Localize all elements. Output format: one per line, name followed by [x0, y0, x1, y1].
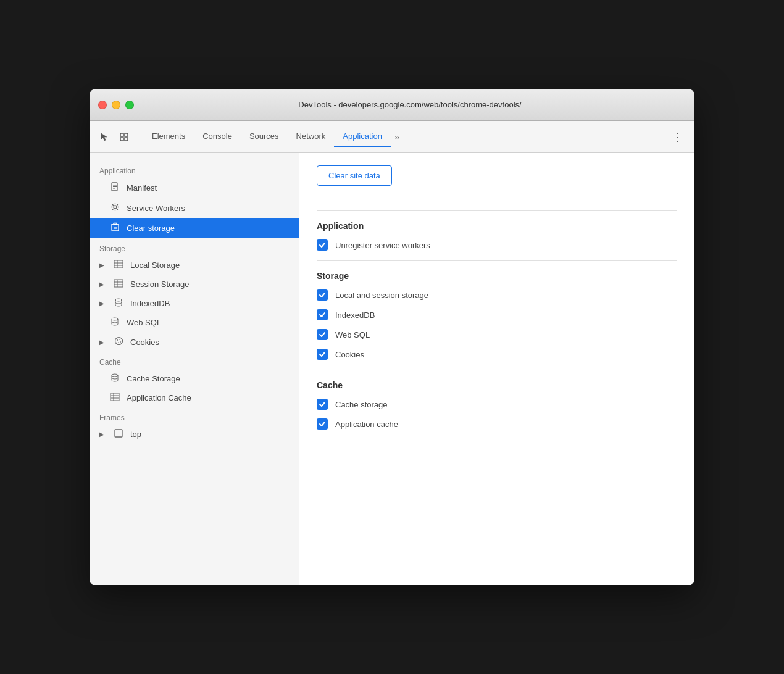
top-label: top	[130, 430, 141, 439]
toolbar-divider-2	[662, 128, 662, 146]
sidebar-item-clear-storage[interactable]: Clear storage	[90, 218, 299, 238]
cookies-label: Cookies	[335, 350, 364, 359]
toolbar-divider-1	[138, 128, 138, 146]
tab-application[interactable]: Application	[334, 127, 391, 147]
tab-sources[interactable]: Sources	[241, 127, 288, 147]
checkbox-local-session-storage[interactable]	[317, 289, 328, 301]
toolbar: Elements Console Sources Network Applica…	[90, 121, 694, 153]
content-section-storage: Storage Local and session storage	[317, 271, 677, 360]
checkbox-item-local-session-storage: Local and session storage	[317, 289, 677, 301]
checkbox-item-application-cache: Application cache	[317, 418, 677, 430]
inspect-icon[interactable]	[115, 128, 133, 146]
sidebar-item-local-storage[interactable]: ▶ Local Storage	[90, 256, 299, 275]
arrow-cookies: ▶	[99, 339, 107, 346]
checkbox-indexeddb[interactable]	[317, 309, 328, 320]
svg-rect-14	[114, 260, 123, 268]
checkbox-cookies[interactable]	[317, 349, 328, 360]
content-section-storage-title: Storage	[317, 271, 677, 281]
svg-point-22	[115, 299, 122, 301]
arrow-indexeddb: ▶	[99, 300, 107, 307]
application-cache-label: Application cache	[335, 420, 398, 429]
minimize-button[interactable]	[112, 101, 120, 109]
sidebar-section-cache: Cache	[90, 352, 299, 369]
devtools-menu-button[interactable]: ⋮	[667, 128, 688, 146]
cursor-icon[interactable]	[96, 128, 113, 146]
indexeddb-label: IndexedDB	[335, 310, 375, 320]
maximize-button[interactable]	[125, 101, 134, 109]
svg-rect-3	[125, 138, 128, 141]
sidebar-item-web-sql[interactable]: Web SQL	[90, 313, 299, 332]
tab-network[interactable]: Network	[288, 127, 335, 147]
checkbox-item-cache-storage: Cache storage	[317, 399, 677, 410]
content-area: Clear site data Application Unregister s…	[299, 153, 694, 585]
application-cache-label: Application Cache	[127, 393, 191, 402]
arrow-local-storage: ▶	[99, 262, 107, 268]
frame-icon	[113, 429, 124, 439]
sidebar-item-session-storage[interactable]: ▶ Session Storage	[90, 275, 299, 294]
manifest-icon	[109, 182, 120, 194]
service-workers-label: Service Workers	[127, 204, 185, 213]
sidebar-item-top[interactable]: ▶ top	[90, 425, 299, 444]
arrow-session-storage: ▶	[99, 281, 107, 288]
session-storage-icon	[113, 279, 124, 289]
cache-storage-label: Cache Storage	[127, 374, 180, 383]
clear-storage-label: Clear storage	[127, 223, 175, 233]
sidebar-section-storage: Storage	[90, 238, 299, 256]
clear-site-data-button[interactable]: Clear site data	[317, 165, 392, 186]
main-content: Application Manifest	[90, 153, 694, 585]
more-tabs-button[interactable]: »	[391, 130, 403, 144]
titlebar: DevTools - developers.google.com/web/too…	[90, 89, 694, 121]
divider-2	[317, 260, 677, 261]
svg-point-28	[120, 341, 120, 342]
arrow-top: ▶	[99, 431, 107, 438]
sidebar: Application Manifest	[90, 153, 299, 585]
svg-point-8	[114, 206, 117, 209]
sidebar-item-cache-storage[interactable]: Cache Storage	[90, 369, 299, 388]
tab-elements[interactable]: Elements	[143, 127, 194, 147]
manifest-label: Manifest	[127, 183, 157, 193]
sidebar-item-cookies[interactable]: ▶ Cookies	[90, 332, 299, 352]
cache-storage-icon	[109, 373, 120, 384]
checkbox-item-unregister-sw: Unregister service workers	[317, 239, 677, 251]
svg-rect-9	[112, 225, 119, 231]
svg-rect-11	[114, 223, 117, 225]
svg-rect-31	[111, 393, 119, 401]
local-session-storage-label: Local and session storage	[335, 291, 428, 300]
checkbox-unregister-sw[interactable]	[317, 239, 328, 251]
gear-icon	[109, 202, 120, 214]
checkbox-item-cookies: Cookies	[317, 349, 677, 360]
svg-rect-2	[120, 138, 123, 141]
web-sql-icon	[109, 317, 120, 328]
divider-3	[317, 370, 677, 370]
svg-rect-0	[120, 133, 123, 136]
unregister-sw-label: Unregister service workers	[335, 241, 430, 250]
checkbox-item-indexeddb: IndexedDB	[317, 309, 677, 320]
svg-point-27	[118, 342, 119, 343]
sidebar-section-frames: Frames	[90, 407, 299, 425]
cookies-label: Cookies	[130, 338, 159, 347]
checkbox-application-cache[interactable]	[317, 418, 328, 430]
sidebar-item-manifest[interactable]: Manifest	[90, 178, 299, 198]
traffic-lights	[98, 101, 134, 109]
sidebar-item-application-cache[interactable]: Application Cache	[90, 388, 299, 407]
sidebar-item-indexeddb[interactable]: ▶ IndexedDB	[90, 294, 299, 313]
svg-rect-1	[125, 133, 128, 136]
local-storage-icon	[113, 260, 124, 270]
cache-storage-label: Cache storage	[335, 400, 388, 409]
content-section-cache: Cache Cache storage Applica	[317, 380, 677, 430]
sidebar-item-service-workers[interactable]: Service Workers	[90, 198, 299, 218]
checkbox-cache-storage[interactable]	[317, 399, 328, 410]
svg-point-24	[115, 338, 122, 345]
tab-console[interactable]: Console	[194, 127, 241, 147]
toolbar-tabs: Elements Console Sources Network Applica…	[143, 127, 657, 147]
svg-point-25	[117, 339, 118, 341]
svg-point-29	[116, 342, 117, 343]
checkbox-item-web-sql: Web SQL	[317, 329, 677, 340]
checkbox-web-sql[interactable]	[317, 329, 328, 340]
web-sql-label: Web SQL	[127, 318, 161, 327]
close-button[interactable]	[98, 101, 107, 109]
sidebar-section-application: Application	[90, 160, 299, 178]
content-section-application: Application Unregister service workers	[317, 221, 677, 251]
session-storage-label: Session Storage	[130, 280, 189, 289]
svg-point-26	[119, 339, 120, 340]
